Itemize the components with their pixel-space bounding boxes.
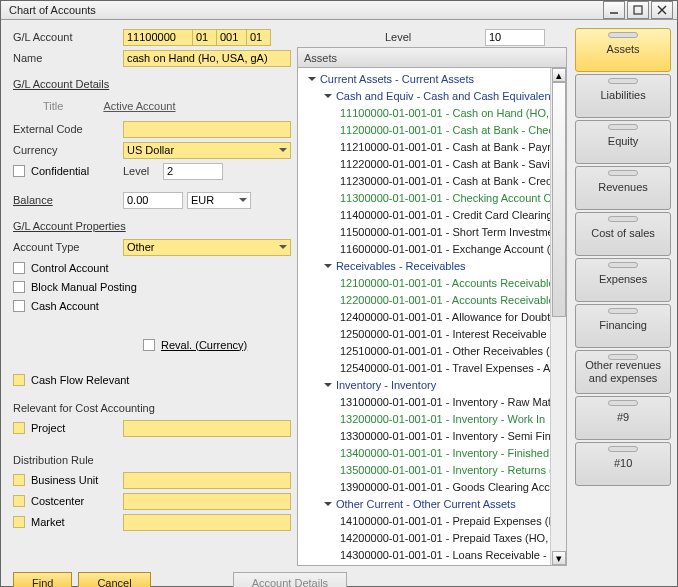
block-manual-label: Block Manual Posting: [31, 281, 137, 293]
cash-account-checkbox[interactable]: [13, 300, 25, 312]
external-code-input[interactable]: [123, 121, 291, 138]
find-button[interactable]: Find: [13, 572, 72, 587]
tree-item[interactable]: 13400000-01-001-01 - Inventory - Finishe…: [298, 444, 566, 461]
tree-item[interactable]: 11400000-01-001-01 - Credit Card Clearin…: [298, 206, 566, 223]
tree-group[interactable]: Cash and Equiv - Cash and Cash Equivalen…: [298, 87, 566, 104]
tree-item[interactable]: 14100000-01-001-01 - Prepaid Expenses (H…: [298, 512, 566, 529]
cashflow-relevant-label: Cash Flow Relevant: [31, 374, 129, 386]
header-level-label: Level: [385, 31, 485, 43]
drawer-liabilities[interactable]: Liabilities: [575, 74, 671, 118]
tree-item[interactable]: 13100000-01-001-01 - Inventory - Raw Mat…: [298, 393, 566, 410]
account-details-button[interactable]: Account Details: [233, 572, 347, 587]
tree-item[interactable]: 13200000-01-001-01 - Inventory - Work In: [298, 410, 566, 427]
currency-select[interactable]: US Dollar: [123, 142, 291, 159]
scroll-down-icon[interactable]: ▾: [552, 551, 566, 565]
drawer-revenues[interactable]: Revenues: [575, 166, 671, 210]
market-input[interactable]: [123, 514, 291, 531]
confidential-checkbox[interactable]: [13, 165, 25, 177]
expand-icon[interactable]: [324, 94, 332, 102]
svg-rect-1: [634, 6, 642, 14]
tree-item[interactable]: 12100000-01-001-01 - Accounts Receivable…: [298, 274, 566, 291]
project-checkbox[interactable]: [13, 422, 25, 434]
gl-seg2-input[interactable]: [217, 29, 247, 46]
block-manual-checkbox[interactable]: [13, 281, 25, 293]
tree-group[interactable]: Other Current - Other Current Assets: [298, 495, 566, 512]
expand-icon[interactable]: [324, 264, 332, 272]
scroll-up-icon[interactable]: ▴: [552, 68, 566, 82]
drawer-other-revenues-and-expenses[interactable]: Other revenues and expenses: [575, 350, 671, 394]
category-drawers: AssetsLiabilitiesEquityRevenuesCost of s…: [575, 28, 671, 566]
tree-group[interactable]: Inventory - Inventory: [298, 376, 566, 393]
market-checkbox[interactable]: [13, 516, 25, 528]
drawer-assets[interactable]: Assets: [575, 28, 671, 72]
tree-item[interactable]: 11300000-01-001-01 - Checking Account Cl…: [298, 189, 566, 206]
cancel-button[interactable]: Cancel: [78, 572, 150, 587]
tree-item[interactable]: 11600000-01-001-01 - Exchange Account (H: [298, 240, 566, 257]
expand-icon[interactable]: [324, 502, 332, 510]
costcenter-checkbox[interactable]: [13, 495, 25, 507]
minimize-button[interactable]: [603, 1, 625, 19]
gl-seg3-input[interactable]: [247, 29, 271, 46]
level-input[interactable]: [163, 163, 223, 180]
cashflow-relevant-checkbox[interactable]: [13, 374, 25, 386]
tab-title[interactable]: Title: [43, 100, 63, 112]
tree-item[interactable]: 13900000-01-001-01 - Goods Clearing Acco…: [298, 478, 566, 495]
project-label: Project: [31, 422, 65, 434]
reval-label: Reval. (Currency): [161, 339, 247, 351]
scroll-thumb[interactable]: [552, 82, 566, 317]
market-label: Market: [31, 516, 65, 528]
project-input[interactable]: [123, 420, 291, 437]
cost-accounting-section: Relevant for Cost Accounting: [13, 402, 291, 414]
chart-of-accounts-window: Chart of Accounts G/L Account Name G/L A…: [0, 0, 678, 587]
tree-body[interactable]: Current Assets - Current AssetsCash and …: [298, 68, 566, 565]
costcenter-input[interactable]: [123, 493, 291, 510]
tree-item[interactable]: 12200000-01-001-01 - Accounts Receivable…: [298, 291, 566, 308]
tree-group[interactable]: Current Assets - Current Assets: [298, 70, 566, 87]
tree-item[interactable]: 11200000-01-001-01 - Cash at Bank - Chec…: [298, 121, 566, 138]
header-level-input[interactable]: [485, 29, 545, 46]
tree-item[interactable]: 12510000-01-001-01 - Other Receivables (…: [298, 342, 566, 359]
cash-account-label: Cash Account: [31, 300, 99, 312]
tree-item[interactable]: 13300000-01-001-01 - Inventory - Semi Fi…: [298, 427, 566, 444]
tree-item[interactable]: 11100000-01-001-01 - Cash on Hand (HO, U: [298, 104, 566, 121]
balance-label[interactable]: Balance: [13, 194, 123, 206]
tree-item[interactable]: 12500000-01-001-01 - Interest Receivable…: [298, 325, 566, 342]
tree-item[interactable]: 11500000-01-001-01 - Short Term Investme…: [298, 223, 566, 240]
drawer--9[interactable]: #9: [575, 396, 671, 440]
expand-icon[interactable]: [324, 383, 332, 391]
tree-item[interactable]: 14200000-01-001-01 - Prepaid Taxes (HO, …: [298, 529, 566, 546]
maximize-button[interactable]: [627, 1, 649, 19]
control-account-checkbox[interactable]: [13, 262, 25, 274]
tree-item[interactable]: 14300000-01-001-01 - Loans Receivable - …: [298, 546, 566, 563]
external-code-label: External Code: [13, 123, 123, 135]
drawer-financing[interactable]: Financing: [575, 304, 671, 348]
tree-item[interactable]: 12400000-01-001-01 - Allowance for Doubt…: [298, 308, 566, 325]
drawer-cost-of-sales[interactable]: Cost of sales: [575, 212, 671, 256]
gl-seg1-input[interactable]: [193, 29, 217, 46]
drawer--10[interactable]: #10: [575, 442, 671, 486]
tab-active-account[interactable]: Active Account: [103, 100, 175, 112]
tree-item[interactable]: 13500000-01-001-01 - Inventory - Returns…: [298, 461, 566, 478]
close-button[interactable]: [651, 1, 673, 19]
business-unit-input[interactable]: [123, 472, 291, 489]
expand-icon[interactable]: [308, 77, 316, 85]
business-unit-checkbox[interactable]: [13, 474, 25, 486]
tree-item[interactable]: 12540000-01-001-01 - Travel Expenses - A…: [298, 359, 566, 376]
drawer-equity[interactable]: Equity: [575, 120, 671, 164]
tree-scrollbar[interactable]: ▴ ▾: [550, 68, 566, 565]
name-input[interactable]: [123, 50, 291, 67]
level-label: Level: [123, 165, 163, 177]
account-type-select[interactable]: Other: [123, 239, 291, 256]
account-type-label: Account Type: [13, 241, 123, 253]
tree-item[interactable]: 11230000-01-001-01 - Cash at Bank - Cred…: [298, 172, 566, 189]
tree-item[interactable]: 11220000-01-001-01 - Cash at Bank - Savi…: [298, 155, 566, 172]
gl-details-section: G/L Account Details: [13, 78, 291, 90]
gl-account-input[interactable]: [123, 29, 193, 46]
tree-group[interactable]: Receivables - Receivables: [298, 257, 566, 274]
drawer-expenses[interactable]: Expenses: [575, 258, 671, 302]
account-tree: Assets Current Assets - Current AssetsCa…: [297, 47, 567, 566]
balance-input[interactable]: [123, 192, 183, 209]
reval-checkbox[interactable]: [143, 339, 155, 351]
tree-item[interactable]: 11210000-01-001-01 - Cash at Bank - Payr…: [298, 138, 566, 155]
balance-currency-select[interactable]: EUR: [187, 192, 251, 209]
